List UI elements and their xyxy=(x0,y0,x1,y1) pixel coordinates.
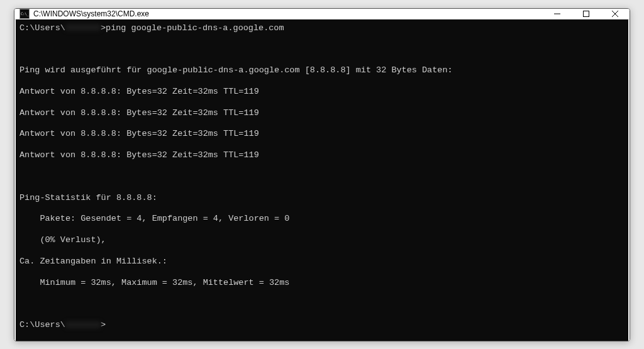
output-line: Antwort von 8.8.8.8: Bytes=32 Zeit=32ms … xyxy=(19,150,625,161)
prompt-line: C:\Users\>ping google-public-dns-a.googl… xyxy=(19,23,625,34)
window-title: C:\WINDOWS\system32\CMD.exe xyxy=(33,9,543,18)
output-line: Ca. Zeitangaben in Millisek.: xyxy=(19,257,625,267)
minimize-button[interactable] xyxy=(543,9,572,19)
maximize-icon xyxy=(583,11,589,17)
blank-line xyxy=(19,44,625,55)
output-line: Antwort von 8.8.8.8: Bytes=32 Zeit=32ms … xyxy=(19,108,625,119)
redacted-user xyxy=(65,321,101,328)
console-output[interactable]: C:\Users\>ping google-public-dns-a.googl… xyxy=(16,19,628,341)
output-line: Antwort von 8.8.8.8: Bytes=32 Zeit=32ms … xyxy=(19,87,625,97)
svg-rect-1 xyxy=(584,11,589,16)
redacted-user xyxy=(65,24,101,31)
close-icon xyxy=(612,11,618,17)
cmd-window: C:\WINDOWS\system32\CMD.exe C:\Users\>pi… xyxy=(14,8,630,341)
minimize-icon xyxy=(554,11,560,17)
window-controls xyxy=(543,9,630,19)
prompt-line: C:\Users\> xyxy=(19,320,625,331)
command-text: ping google-public-dns-a.google.com xyxy=(106,23,284,33)
output-line: Minimum = 32ms, Maximum = 32ms, Mittelwe… xyxy=(19,278,625,289)
output-line: Ping-Statistik für 8.8.8.8: xyxy=(19,193,625,204)
output-line: Antwort von 8.8.8.8: Bytes=32 Zeit=32ms … xyxy=(19,129,625,140)
close-button[interactable] xyxy=(601,9,630,19)
blank-line xyxy=(19,299,625,309)
cmd-icon xyxy=(19,9,30,19)
console-frame: C:\Users\>ping google-public-dns-a.googl… xyxy=(14,19,630,341)
maximize-button[interactable] xyxy=(572,9,601,19)
output-line: Ping wird ausgeführt für google-public-d… xyxy=(19,65,625,76)
output-line: Pakete: Gesendet = 4, Empfangen = 4, Ver… xyxy=(19,214,625,224)
titlebar[interactable]: C:\WINDOWS\system32\CMD.exe xyxy=(14,9,630,19)
output-line: (0% Verlust), xyxy=(19,235,625,246)
blank-line xyxy=(19,172,625,182)
